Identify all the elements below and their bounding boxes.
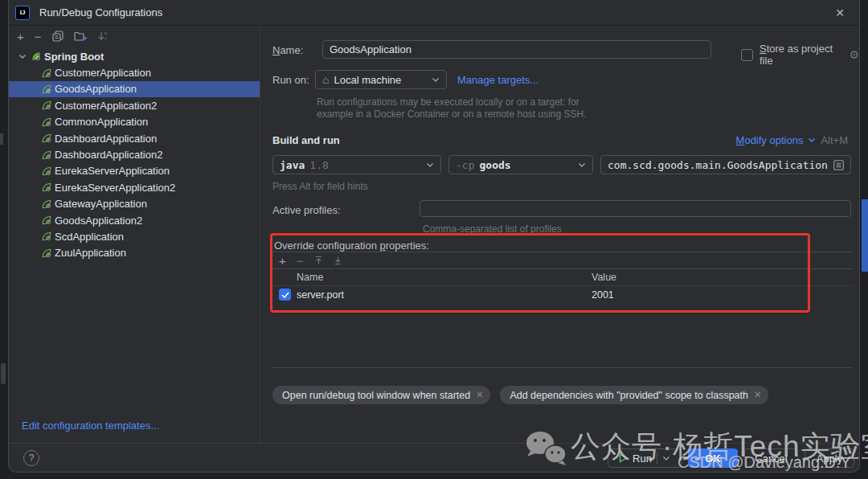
option-tags: Open run/debug tool window when started …	[272, 386, 768, 404]
spring-boot-icon	[41, 215, 52, 226]
chevron-down-icon	[432, 77, 440, 83]
browse-list-icon[interactable]	[833, 160, 844, 170]
spring-boot-icon	[31, 51, 42, 62]
screen: IJ Run/Debug Configurations ✕ + − az	[0, 0, 868, 479]
tree-item-label: EurekaServerApplication	[55, 165, 170, 177]
spring-boot-icon	[41, 100, 52, 111]
spring-boot-icon	[41, 68, 52, 79]
remove-tag-icon[interactable]: ✕	[754, 390, 761, 400]
property-name-cell[interactable]: server.port	[297, 289, 592, 301]
spring-boot-icon	[41, 231, 52, 242]
tree-group-spring-boot[interactable]: Spring Boot	[9, 48, 260, 64]
tree-item-label: CustomerApplication	[55, 67, 151, 79]
properties-table-header: Name Value	[272, 269, 853, 286]
new-folder-icon[interactable]	[74, 31, 87, 42]
remove-property-icon[interactable]: −	[297, 255, 304, 267]
main-class-field[interactable]: com.scd.goods.main.GoodsApplication	[600, 155, 851, 174]
tree-item[interactable]: ScdApplication	[9, 228, 260, 244]
tree-item-label: GoodsApplication	[55, 83, 137, 95]
run-on-select[interactable]: ⌂ Local machine	[315, 70, 447, 89]
tree-item-label: DashboardApplication	[55, 133, 157, 145]
modify-options: Modify options Alt+M	[736, 134, 848, 146]
tree-item[interactable]: EurekaServerApplication	[9, 163, 260, 179]
column-header-name: Name	[272, 272, 592, 283]
modify-options-shortcut: Alt+M	[821, 134, 848, 146]
tree-item[interactable]: CommonApplication	[9, 114, 260, 130]
tree-item[interactable]: GoodsApplication2	[9, 212, 260, 228]
run-on-hint-line1: Run configurations may be executed local…	[317, 96, 579, 108]
apply-button[interactable]: Apply	[805, 448, 854, 468]
add-configuration-icon[interactable]: +	[17, 31, 24, 43]
active-profiles-input[interactable]	[420, 200, 851, 217]
spring-boot-icon	[41, 182, 52, 193]
tree-item[interactable]: GatewayApplication	[9, 196, 260, 212]
active-profiles-label: Active profiles:	[272, 204, 341, 216]
configurations-tree: Spring Boot CustomerApplication GoodsApp…	[9, 48, 260, 261]
tree-group-label: Spring Boot	[44, 51, 104, 63]
help-icon[interactable]: ?	[23, 450, 39, 466]
property-enabled-checkbox[interactable]	[279, 289, 291, 301]
build-and-run-header: Build and run	[272, 134, 340, 146]
tree-item[interactable]: DashboardApplication	[9, 130, 260, 146]
close-icon[interactable]: ✕	[832, 5, 848, 21]
remove-tag-icon[interactable]: ✕	[476, 390, 483, 400]
property-value-cell[interactable]: 2001	[592, 289, 853, 301]
spring-boot-icon	[41, 117, 52, 128]
svg-text:a: a	[104, 31, 108, 35]
jre-version: 1.8	[309, 159, 328, 171]
manage-targets-link[interactable]: Manage targets...	[457, 74, 538, 86]
spring-boot-icon	[41, 133, 52, 144]
alt-hint: Press Alt for field hints	[272, 181, 368, 192]
modify-options-link[interactable]: Modify options	[736, 134, 804, 146]
tree-item[interactable]: EurekaServerApplication2	[9, 179, 260, 195]
move-down-icon[interactable]	[334, 256, 342, 265]
edit-configuration-templates-link[interactable]: Edit configuration templates...	[22, 420, 159, 432]
ok-button[interactable]: OK	[688, 448, 738, 468]
run-debug-configurations-dialog: IJ Run/Debug Configurations ✕ + − az	[8, 0, 860, 473]
tree-item-selected[interactable]: GoodsApplication	[9, 81, 260, 97]
run-button[interactable]: Run	[608, 448, 682, 468]
main-class-value: com.scd.goods.main.GoodsApplication	[608, 159, 828, 171]
jre-select[interactable]: java 1.8	[272, 155, 441, 174]
copy-configuration-icon[interactable]	[52, 31, 63, 42]
override-properties-label: Override configuration properties:	[274, 240, 429, 252]
table-row[interactable]: server.port 2001	[272, 286, 853, 303]
name-input[interactable]	[322, 40, 711, 59]
sort-configurations-icon[interactable]: az	[97, 31, 109, 42]
remove-configuration-icon[interactable]: −	[35, 31, 42, 43]
tree-item-label: CommonApplication	[55, 116, 148, 128]
cp-prefix: -cp	[456, 159, 474, 171]
chevron-down-icon	[578, 162, 586, 168]
chevron-down-icon	[808, 137, 816, 143]
spring-boot-icon	[41, 149, 52, 161]
dialog-titlebar: IJ Run/Debug Configurations ✕	[9, 0, 859, 26]
option-tag[interactable]: Open run/debug tool window when started …	[272, 386, 490, 404]
jre-name: java	[280, 159, 305, 171]
tree-item[interactable]: DashboardApplication2	[9, 146, 260, 162]
window-edge-notch	[0, 133, 3, 145]
tree-item-label: ZuulApplication	[55, 247, 126, 259]
classpath-module-select[interactable]: -cp goods	[448, 155, 593, 174]
chevron-down-icon[interactable]	[18, 54, 27, 59]
option-tag[interactable]: Add dependencies with "provided" scope t…	[500, 386, 768, 404]
tree-item[interactable]: ZuulApplication	[9, 245, 260, 261]
cancel-button[interactable]: Cancel	[744, 448, 798, 468]
configuration-form: Name: Store as project file ⚙ Run on: ⌂ …	[261, 26, 859, 443]
gear-icon[interactable]: ⚙	[849, 48, 859, 61]
spring-boot-icon	[41, 248, 52, 259]
tree-item[interactable]: CustomerApplication2	[9, 97, 260, 113]
dialog-footer: ? Run OK Cancel Apply	[9, 443, 859, 472]
svg-text:z: z	[104, 36, 107, 41]
right-window-stripe	[862, 199, 868, 272]
override-properties-table: + − Name Value	[272, 252, 853, 368]
home-icon: ⌂	[322, 73, 329, 86]
tree-item[interactable]: CustomerApplication	[9, 64, 260, 80]
store-as-project-file-checkbox[interactable]	[741, 49, 753, 61]
spring-boot-icon	[41, 84, 52, 95]
name-label: Name:	[272, 44, 303, 56]
active-profiles-hint: Comma-separated list of profiles	[423, 223, 562, 235]
add-property-icon[interactable]: +	[279, 255, 286, 267]
spring-boot-icon	[41, 166, 52, 177]
tree-item-label: GatewayApplication	[55, 198, 147, 210]
move-up-icon[interactable]	[314, 256, 323, 265]
